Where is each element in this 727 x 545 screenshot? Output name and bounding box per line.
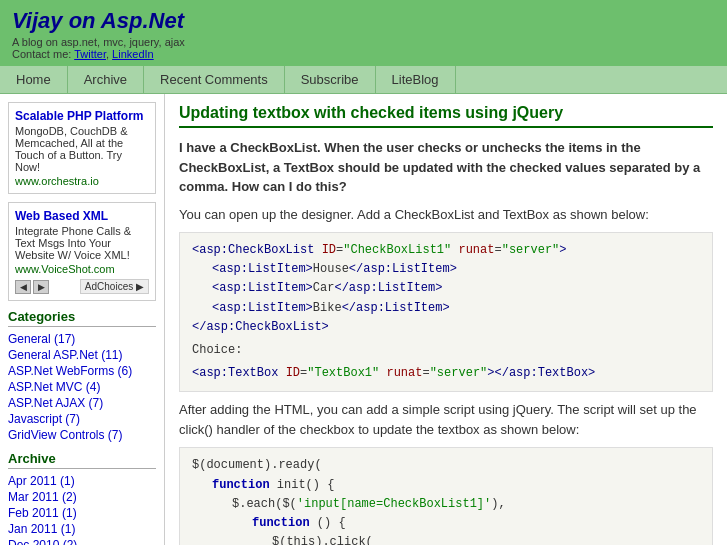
nav-recent-comments[interactable]: Recent Comments xyxy=(144,66,285,93)
ad-next-button[interactable]: ▶ xyxy=(33,280,49,294)
nav-home[interactable]: Home xyxy=(0,66,68,93)
categories-title: Categories xyxy=(8,309,156,327)
category-aspnet-webforms[interactable]: ASP.Net WebForms (6) xyxy=(8,363,156,379)
category-general-aspnet[interactable]: General ASP.Net (11) xyxy=(8,347,156,363)
ad-prev-button[interactable]: ◀ xyxy=(15,280,31,294)
main-content: Updating textbox with checked items usin… xyxy=(165,94,727,545)
post-setup-text: You can open up the designer. Add a Chec… xyxy=(179,205,713,225)
code-block-html: <asp:CheckBoxList ID="CheckBoxList1" run… xyxy=(179,232,713,392)
archive-title: Archive xyxy=(8,451,156,469)
nav-subscribe[interactable]: Subscribe xyxy=(285,66,376,93)
ad-2-link[interactable]: www.VoiceShot.com xyxy=(15,263,149,275)
nav-bar: Home Archive Recent Comments Subscribe L… xyxy=(0,66,727,94)
archive-apr2011[interactable]: Apr 2011 (1) xyxy=(8,473,156,489)
category-aspnet-ajax[interactable]: ASP.Net AJAX (7) xyxy=(8,395,156,411)
archive-mar2011[interactable]: Mar 2011 (2) xyxy=(8,489,156,505)
category-aspnet-mvc[interactable]: ASP.Net MVC (4) xyxy=(8,379,156,395)
nav-liteblog[interactable]: LiteBlog xyxy=(376,66,456,93)
page-layout: Scalable PHP Platform MongoDB, CouchDB &… xyxy=(0,94,727,545)
sidebar-ad-1: Scalable PHP Platform MongoDB, CouchDB &… xyxy=(8,102,156,194)
twitter-link[interactable]: Twitter xyxy=(74,48,106,60)
archive-jan2011[interactable]: Jan 2011 (1) xyxy=(8,521,156,537)
category-javascript[interactable]: Javascript (7) xyxy=(8,411,156,427)
linkedin-link[interactable]: LinkedIn xyxy=(112,48,154,60)
ad-1-title[interactable]: Scalable PHP Platform xyxy=(15,109,149,123)
post-after-html-text: After adding the HTML, you can add a sim… xyxy=(179,400,713,439)
nav-archive[interactable]: Archive xyxy=(68,66,144,93)
category-general[interactable]: General (17) xyxy=(8,331,156,347)
post-intro: I have a CheckBoxList. When the user che… xyxy=(179,138,713,197)
sidebar-ad-2: Web Based XML Integrate Phone Calls & Te… xyxy=(8,202,156,301)
ad-2-body: Integrate Phone Calls & Text Msgs Into Y… xyxy=(15,225,149,261)
ad-1-body: MongoDB, CouchDB & Memcached, All at the… xyxy=(15,125,149,173)
site-title: Vijay on Asp.Net xyxy=(12,8,715,34)
sidebar: Scalable PHP Platform MongoDB, CouchDB &… xyxy=(0,94,165,545)
ad-1-link[interactable]: www.orchestra.io xyxy=(15,175,149,187)
ad-nav-arrows: ◀ ▶ xyxy=(15,280,49,294)
site-subtitle: A blog on asp.net, mvc, jquery, ajax Con… xyxy=(12,36,715,60)
adchoices-button[interactable]: AdChoices ▶ xyxy=(80,279,149,294)
category-gridview[interactable]: GridView Controls (7) xyxy=(8,427,156,443)
archive-dec2010[interactable]: Dec 2010 (2) xyxy=(8,537,156,545)
site-header: Vijay on Asp.Net A blog on asp.net, mvc,… xyxy=(0,0,727,66)
ad-2-title[interactable]: Web Based XML xyxy=(15,209,149,223)
code-block-js: $(document).ready( function init() { $.e… xyxy=(179,447,713,545)
post-title: Updating textbox with checked items usin… xyxy=(179,104,713,128)
ad-footer: ◀ ▶ AdChoices ▶ xyxy=(15,279,149,294)
archive-feb2011[interactable]: Feb 2011 (1) xyxy=(8,505,156,521)
